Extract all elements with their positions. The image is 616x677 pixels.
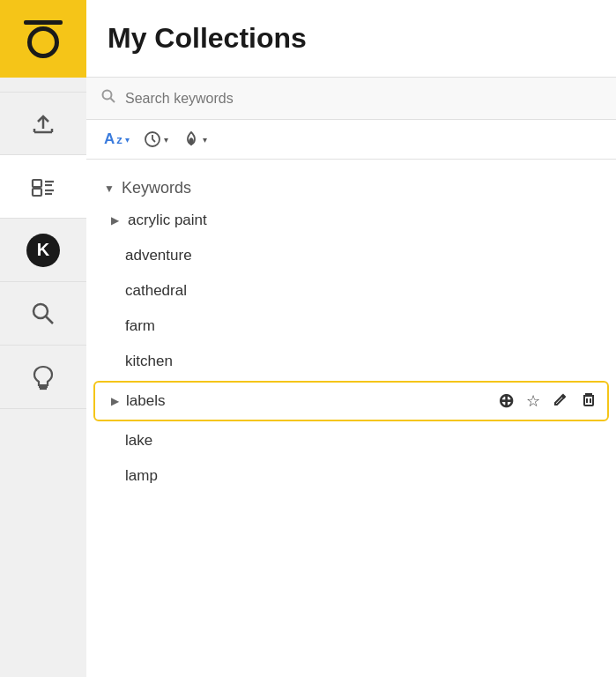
keyword-actions: ⊕ ☆ — [498, 390, 597, 413]
keyword-label: lamp — [125, 467, 158, 485]
keyword-label: cathedral — [125, 282, 187, 300]
list-item[interactable]: adventure — [86, 238, 616, 273]
sidebar-item-tips[interactable] — [0, 346, 86, 409]
clock-icon — [144, 130, 161, 148]
svg-point-10 — [33, 304, 48, 318]
sort-toolbar: A z ▾ ▾ ▾ — [86, 120, 616, 160]
header: My Collections — [86, 0, 616, 78]
logo-circle — [27, 26, 59, 58]
az-z: z — [116, 133, 122, 146]
svg-line-15 — [111, 99, 115, 103]
fire-arrow: ▾ — [203, 135, 207, 145]
search-icon — [100, 88, 116, 108]
list-item[interactable]: lamp — [86, 458, 616, 494]
search-nav-icon — [29, 300, 57, 328]
sidebar-nav: K — [0, 78, 86, 409]
keyword-label: labels — [126, 392, 165, 410]
svg-rect-17 — [584, 396, 593, 405]
edit-keyword-button[interactable] — [553, 391, 568, 412]
svg-rect-5 — [33, 189, 41, 196]
list-item[interactable]: ▶ acrylic paint — [86, 203, 616, 238]
svg-rect-4 — [33, 180, 41, 187]
delete-keyword-button[interactable] — [581, 391, 597, 412]
keywords-chevron: ▼ — [104, 182, 115, 195]
search-input[interactable] — [125, 91, 602, 107]
keywords-section: ▼ Keywords ▶ acrylic paint adventure cat… — [86, 160, 616, 677]
list-item[interactable]: lake — [86, 423, 616, 458]
add-keyword-button[interactable]: ⊕ — [498, 390, 514, 413]
profile-badge: K — [26, 234, 60, 267]
list-item[interactable]: kitchen — [86, 344, 616, 379]
page-title: My Collections — [108, 22, 307, 55]
keywords-section-header[interactable]: ▼ Keywords — [86, 174, 616, 203]
az-arrow: ▾ — [125, 135, 130, 145]
collections-icon — [29, 173, 57, 201]
list-item[interactable]: farm — [86, 309, 616, 344]
labels-chevron: ▶ — [111, 395, 119, 407]
fire-icon — [182, 130, 200, 148]
list-item-labels[interactable]: ▶ labels ⊕ ☆ — [93, 381, 609, 421]
az-label: A — [104, 130, 115, 148]
clock-arrow: ▾ — [164, 135, 168, 145]
logo-icon — [24, 20, 63, 58]
main-content: My Collections A z ▾ ▾ — [86, 0, 616, 677]
sort-time-button[interactable]: ▾ — [144, 130, 168, 148]
list-item[interactable]: cathedral — [86, 273, 616, 309]
keyword-label: lake — [125, 432, 152, 450]
keyword-label: acrylic paint — [128, 212, 207, 229]
keyword-label: kitchen — [125, 353, 173, 370]
svg-line-11 — [46, 316, 53, 324]
upload-icon — [29, 109, 57, 138]
svg-point-14 — [103, 91, 112, 100]
sidebar-item-profile[interactable]: K — [0, 219, 86, 282]
sidebar: K — [0, 0, 86, 677]
search-bar — [86, 78, 616, 120]
sort-popular-button[interactable]: ▾ — [182, 130, 207, 148]
sidebar-item-collections[interactable] — [0, 155, 86, 219]
tips-icon — [29, 363, 57, 391]
keyword-label: farm — [125, 317, 155, 335]
sidebar-item-search[interactable] — [0, 282, 86, 346]
keywords-section-label: Keywords — [122, 179, 191, 197]
sort-az-button[interactable]: A z ▾ — [104, 130, 130, 148]
keyword-label: adventure — [125, 247, 192, 264]
logo-top-bar — [24, 20, 63, 25]
logo — [0, 0, 86, 78]
sidebar-item-upload[interactable] — [0, 92, 86, 155]
star-keyword-button[interactable]: ☆ — [526, 391, 540, 411]
chevron-right-icon: ▶ — [111, 214, 119, 227]
keyword-label-wrap: ▶ labels — [111, 392, 165, 410]
